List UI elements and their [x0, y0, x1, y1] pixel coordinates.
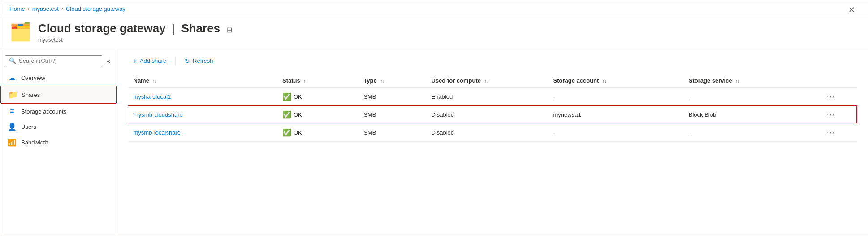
status-text: OK — [294, 111, 302, 118]
app-container: Home › myasetest › Cloud storage gateway… — [0, 0, 868, 236]
top-bar: Home › myasetest › Cloud storage gateway… — [0, 0, 868, 16]
search-box: 🔍 — [5, 55, 102, 66]
sidebar-item-shares-label: Shares — [22, 92, 40, 98]
cell-status: ✅ OK — [277, 88, 358, 106]
refresh-label: Refresh — [193, 57, 213, 64]
sort-compute-icon: ↑↓ — [484, 79, 489, 83]
cell-account: mynewsa1 — [548, 106, 683, 124]
cell-service: Block Blob — [683, 106, 819, 124]
cell-name: mysmb-localshare — [128, 124, 277, 142]
cell-compute: Disabled — [426, 124, 548, 142]
search-input[interactable] — [19, 57, 98, 64]
cell-account: - — [548, 124, 683, 142]
cell-status: ✅ OK — [277, 124, 358, 142]
breadcrumb-current[interactable]: Cloud storage gateway — [66, 5, 125, 12]
col-header-status[interactable]: Status ↑↓ — [277, 74, 358, 88]
cell-account: - — [548, 88, 683, 106]
bandwidth-icon: 📶 — [8, 138, 17, 147]
col-header-actions — [819, 74, 856, 88]
add-share-icon: + — [133, 57, 137, 65]
users-icon: 👤 — [8, 122, 17, 131]
cell-service: - — [683, 124, 819, 142]
cell-actions[interactable]: ··· — [819, 124, 856, 142]
add-share-button[interactable]: + Add share — [128, 54, 172, 67]
cell-service: - — [683, 88, 819, 106]
search-container: 🔍 « — [0, 52, 117, 70]
add-share-label: Add share — [140, 57, 166, 64]
breadcrumb-sep-1: › — [28, 5, 30, 12]
title-divider: | — [172, 22, 175, 35]
toolbar-separator — [175, 57, 176, 66]
cell-compute: Disabled — [426, 106, 548, 124]
table-row[interactable]: mysharelocal1 ✅ OK SMB Enabled - - ··· — [128, 88, 857, 106]
refresh-button[interactable]: ↻ Refresh — [179, 55, 219, 67]
page-title: Cloud storage gateway — [38, 22, 166, 35]
sort-status-icon: ↑↓ — [303, 79, 308, 83]
close-button[interactable]: ✕ — [845, 4, 859, 16]
table-body: mysharelocal1 ✅ OK SMB Enabled - - ··· m… — [128, 88, 857, 142]
cell-name: mysharelocal1 — [128, 88, 277, 106]
toolbar: + Add share ↻ Refresh — [128, 54, 857, 67]
table-row[interactable]: mysmb-cloudshare ✅ OK SMB Disabled mynew… — [128, 106, 857, 124]
cell-actions[interactable]: ··· — [819, 106, 856, 124]
sidebar-item-storage-accounts[interactable]: ≡ Storage accounts — [0, 104, 117, 119]
breadcrumb: Home › myasetest › Cloud storage gateway — [9, 5, 125, 15]
sort-type-icon: ↑↓ — [380, 79, 384, 83]
col-header-compute[interactable]: Used for compute ↑↓ — [426, 74, 548, 88]
breadcrumb-resource[interactable]: myasetest — [32, 5, 59, 12]
more-options-button[interactable]: ··· — [824, 110, 838, 119]
status-check-icon: ✅ — [282, 110, 291, 119]
content-area: + Add share ↻ Refresh Name ↑↓ — [117, 48, 868, 236]
sidebar-item-shares[interactable]: 📁 Shares — [0, 86, 117, 104]
shares-icon: 📁 — [8, 90, 17, 100]
cell-type: SMB — [358, 124, 426, 142]
status-text: OK — [294, 93, 302, 100]
resource-icon: 🗂️ — [9, 22, 32, 40]
refresh-icon: ↻ — [185, 57, 190, 65]
cell-actions[interactable]: ··· — [819, 88, 856, 106]
status-check-icon: ✅ — [282, 128, 291, 137]
print-icon[interactable]: ⊟ — [226, 26, 232, 34]
table-header-row: Name ↑↓ Status ↑↓ Type ↑↓ Used for com — [128, 74, 857, 88]
col-header-account[interactable]: Storage account ↑↓ — [548, 74, 683, 88]
storage-accounts-icon: ≡ — [8, 107, 17, 115]
col-header-type[interactable]: Type ↑↓ — [358, 74, 426, 88]
sidebar-item-bandwidth[interactable]: 📶 Bandwidth — [0, 135, 117, 150]
search-icon: 🔍 — [9, 57, 16, 64]
table-row[interactable]: mysmb-localshare ✅ OK SMB Disabled - - ·… — [128, 124, 857, 142]
cell-status: ✅ OK — [277, 106, 358, 124]
sort-name-icon: ↑↓ — [153, 79, 157, 83]
header-title-block: Cloud storage gateway | Shares ⊟ myasete… — [38, 22, 232, 43]
collapse-button[interactable]: « — [105, 57, 112, 66]
resource-name: myasetest — [38, 37, 232, 43]
cell-name: mysmb-cloudshare — [128, 106, 277, 124]
section-title: Shares — [181, 22, 220, 35]
main-layout: 🔍 « ☁ Overview 📁 Shares ≡ Storage accoun… — [0, 48, 868, 236]
status-check-icon: ✅ — [282, 92, 291, 101]
overview-icon: ☁ — [8, 74, 17, 82]
sidebar-item-overview-label: Overview — [21, 74, 45, 81]
col-header-service[interactable]: Storage service ↑↓ — [683, 74, 819, 88]
more-options-button[interactable]: ··· — [824, 128, 838, 137]
more-options-button[interactable]: ··· — [824, 92, 838, 101]
sidebar: 🔍 « ☁ Overview 📁 Shares ≡ Storage accoun… — [0, 48, 117, 236]
status-text: OK — [294, 129, 302, 136]
sidebar-item-users-label: Users — [21, 123, 36, 130]
breadcrumb-sep-2: › — [61, 5, 63, 12]
shares-table: Name ↑↓ Status ↑↓ Type ↑↓ Used for com — [128, 74, 857, 142]
header-title: Cloud storage gateway | Shares ⊟ — [38, 22, 232, 35]
sidebar-item-users[interactable]: 👤 Users — [0, 119, 117, 135]
sidebar-item-overview[interactable]: ☁ Overview — [0, 70, 117, 86]
sidebar-item-bandwidth-label: Bandwidth — [21, 139, 48, 146]
header-section: 🗂️ Cloud storage gateway | Shares ⊟ myas… — [0, 16, 868, 48]
cell-type: SMB — [358, 88, 426, 106]
breadcrumb-home[interactable]: Home — [9, 5, 25, 12]
sort-service-icon: ↑↓ — [735, 79, 740, 83]
cell-type: SMB — [358, 106, 426, 124]
sidebar-item-storage-label: Storage accounts — [21, 108, 66, 115]
sort-account-icon: ↑↓ — [602, 79, 607, 83]
cell-compute: Enabled — [426, 88, 548, 106]
col-header-name[interactable]: Name ↑↓ — [128, 74, 277, 88]
